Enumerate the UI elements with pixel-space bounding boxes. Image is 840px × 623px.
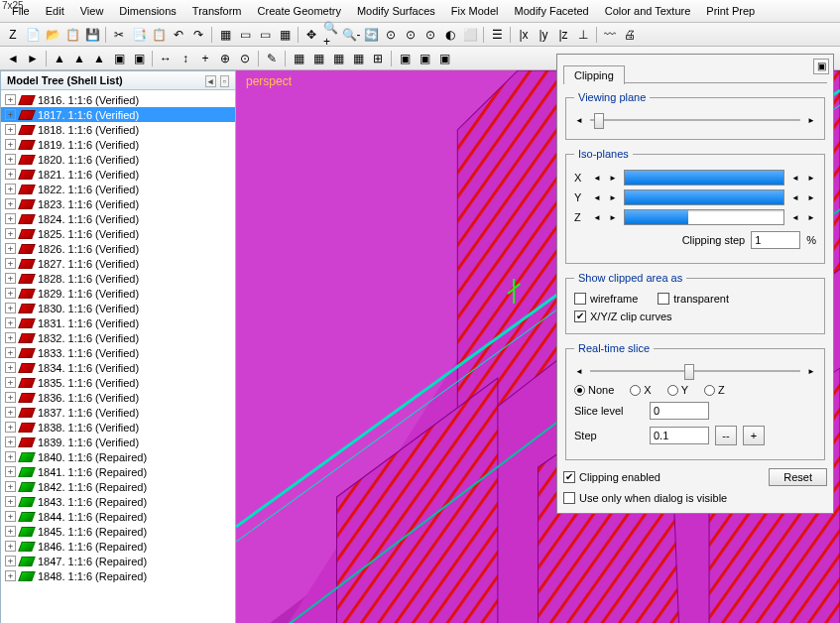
tree-item-1843[interactable]: +1843. 1:1:6 (Repaired) xyxy=(1,494,235,509)
tree-item-1816[interactable]: +1816. 1:1:6 (Verified) xyxy=(1,92,235,107)
tb1-btn-14[interactable]: ▭ xyxy=(256,26,274,44)
tree-item-1848[interactable]: +1848. 1:1:6 (Repaired) xyxy=(1,568,235,583)
tb1-btn-12[interactable]: ▦ xyxy=(216,26,234,44)
tb1-btn-34[interactable]: 〰 xyxy=(601,26,619,44)
use-only-visible-checkbox[interactable]: Use only when dialog is visible xyxy=(563,492,827,504)
tree-item-1827[interactable]: +1827. 1:1:6 (Verified) xyxy=(1,256,235,271)
tb2-btn-21[interactable]: ⊞ xyxy=(369,50,387,67)
tb1-btn-15[interactable]: ▦ xyxy=(276,26,294,44)
slice-step-minus-button[interactable]: -- xyxy=(715,426,737,445)
tb1-btn-1[interactable]: 📄 xyxy=(24,26,42,44)
tree-item-1833[interactable]: +1833. 1:1:6 (Verified) xyxy=(1,345,235,360)
iso-Y-right2-icon[interactable]: ► xyxy=(806,190,816,204)
transparent-checkbox[interactable]: transparent xyxy=(658,293,729,305)
tree-item-1837[interactable]: +1837. 1:1:6 (Verified) xyxy=(1,405,235,420)
tb2-btn-23[interactable]: ▣ xyxy=(396,50,414,67)
expand-icon[interactable]: + xyxy=(5,109,16,120)
tb1-btn-32[interactable]: ⊥ xyxy=(574,26,592,44)
wireframe-checkbox[interactable]: wireframe xyxy=(574,293,638,305)
tb2-btn-4[interactable]: ▲ xyxy=(70,50,88,67)
tb2-btn-18[interactable]: ▦ xyxy=(309,50,327,67)
expand-icon[interactable]: + xyxy=(5,511,16,522)
iso-Z-left2-icon[interactable]: ◄ xyxy=(790,210,800,224)
slice-radio-x[interactable]: X xyxy=(630,384,651,396)
tree-item-1832[interactable]: +1832. 1:1:6 (Verified) xyxy=(1,330,235,345)
tree-item-1819[interactable]: +1819. 1:1:6 (Verified) xyxy=(1,137,235,152)
iso-Y-right-icon[interactable]: ► xyxy=(608,190,618,204)
slice-step-input[interactable] xyxy=(650,427,709,444)
expand-icon[interactable]: + xyxy=(5,213,16,224)
tb1-btn-27[interactable]: ☰ xyxy=(488,26,506,44)
tb2-btn-5[interactable]: ▲ xyxy=(90,50,108,67)
tree-item-1841[interactable]: +1841. 1:1:6 (Repaired) xyxy=(1,464,235,479)
tb2-btn-10[interactable]: ↕ xyxy=(177,50,194,67)
reset-button[interactable]: Reset xyxy=(769,468,827,486)
tree-item-1847[interactable]: +1847. 1:1:6 (Repaired) xyxy=(1,554,235,568)
tb2-btn-1[interactable]: ► xyxy=(24,50,42,67)
tree-item-1823[interactable]: +1823. 1:1:6 (Verified) xyxy=(1,196,235,211)
expand-icon[interactable]: + xyxy=(5,154,16,165)
tb1-btn-18[interactable]: 🔍+ xyxy=(322,26,340,44)
iso-Z-right2-icon[interactable]: ► xyxy=(806,210,816,224)
tb1-btn-20[interactable]: 🔄 xyxy=(362,26,380,44)
tree-item-1845[interactable]: +1845. 1:1:6 (Repaired) xyxy=(1,524,235,539)
tb1-btn-10[interactable]: ↷ xyxy=(189,26,207,44)
iso-Y-left2-icon[interactable]: ◄ xyxy=(790,190,800,204)
slice-radio-z[interactable]: Z xyxy=(704,384,725,396)
tb2-btn-0[interactable]: ◄ xyxy=(4,50,22,67)
clipping-step-input[interactable] xyxy=(751,231,800,249)
tb2-btn-24[interactable]: ▣ xyxy=(416,50,433,67)
slice-radio-none[interactable]: None xyxy=(574,384,614,396)
tree-item-1825[interactable]: +1825. 1:1:6 (Verified) xyxy=(1,226,235,241)
tb2-btn-15[interactable]: ✎ xyxy=(263,50,281,67)
iso-X-slider[interactable] xyxy=(624,170,784,186)
iso-Z-right-icon[interactable]: ► xyxy=(608,210,618,224)
tb2-btn-7[interactable]: ▣ xyxy=(130,50,148,67)
tree-item-1846[interactable]: +1846. 1:1:6 (Repaired) xyxy=(1,539,235,554)
vplane-left-icon[interactable]: ◄ xyxy=(574,113,584,127)
tree-item-1838[interactable]: +1838. 1:1:6 (Verified) xyxy=(1,420,235,435)
tree-item-1839[interactable]: +1839. 1:1:6 (Verified) xyxy=(1,435,235,449)
tb1-btn-7[interactable]: 📑 xyxy=(130,26,148,44)
tree-item-1842[interactable]: +1842. 1:1:6 (Repaired) xyxy=(1,479,235,494)
tb1-btn-25[interactable]: ⬜ xyxy=(461,26,479,44)
slice-right-icon[interactable]: ► xyxy=(806,364,816,378)
tb2-btn-3[interactable]: ▲ xyxy=(51,50,68,67)
expand-icon[interactable]: + xyxy=(5,347,16,358)
expand-icon[interactable]: + xyxy=(5,496,16,507)
panel-close-icon[interactable]: ▫ xyxy=(220,75,229,87)
tree-item-1840[interactable]: +1840. 1:1:6 (Repaired) xyxy=(1,449,235,464)
menu-create-geometry[interactable]: Create Geometry xyxy=(250,2,349,20)
expand-icon[interactable]: + xyxy=(5,94,16,105)
tree-item-1828[interactable]: +1828. 1:1:6 (Verified) xyxy=(1,271,235,286)
expand-icon[interactable]: + xyxy=(5,362,16,373)
tb1-btn-0[interactable]: Z xyxy=(4,26,22,44)
tree-item-1835[interactable]: +1835. 1:1:6 (Verified) xyxy=(1,375,235,390)
tb1-btn-2[interactable]: 📂 xyxy=(44,26,61,44)
slice-radio-y[interactable]: Y xyxy=(667,384,688,396)
tb1-btn-8[interactable]: 📋 xyxy=(150,26,168,44)
tree-item-1831[interactable]: +1831. 1:1:6 (Verified) xyxy=(1,315,235,330)
tree-item-1817[interactable]: +1817. 1:1:6 (Verified) xyxy=(1,107,235,122)
expand-icon[interactable]: + xyxy=(5,422,16,433)
expand-icon[interactable]: + xyxy=(5,556,16,566)
tb2-btn-19[interactable]: ▦ xyxy=(329,50,347,67)
vplane-right-icon[interactable]: ► xyxy=(806,113,816,127)
slice-step-plus-button[interactable]: + xyxy=(743,426,765,445)
expand-icon[interactable]: + xyxy=(5,169,16,180)
menu-transform[interactable]: Transform xyxy=(184,2,250,20)
menu-view[interactable]: View xyxy=(72,2,112,20)
tb1-btn-19[interactable]: 🔍- xyxy=(342,26,360,44)
expand-icon[interactable]: + xyxy=(5,451,16,462)
tb2-btn-6[interactable]: ▣ xyxy=(110,50,128,67)
tree-item-1830[interactable]: +1830. 1:1:6 (Verified) xyxy=(1,301,235,315)
panel-pin-icon[interactable]: ◂ xyxy=(205,75,216,87)
tree-item-1818[interactable]: +1818. 1:1:6 (Verified) xyxy=(1,122,235,137)
expand-icon[interactable]: + xyxy=(5,258,16,269)
menu-file[interactable]: File xyxy=(4,2,38,20)
expand-icon[interactable]: + xyxy=(5,392,16,403)
expand-icon[interactable]: + xyxy=(5,481,16,492)
tb2-btn-20[interactable]: ▦ xyxy=(349,50,367,67)
slice-left-icon[interactable]: ◄ xyxy=(574,364,584,378)
expand-icon[interactable]: + xyxy=(5,273,16,284)
